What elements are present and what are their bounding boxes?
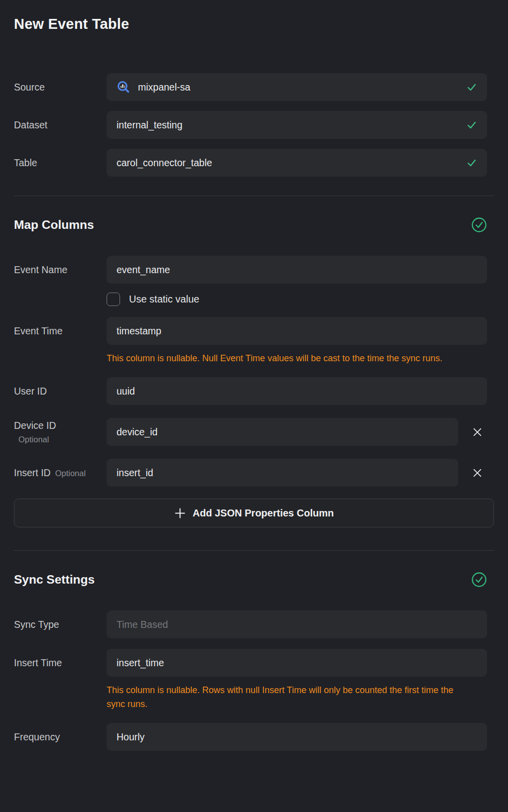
use-static-value-row: Use static value [107, 293, 494, 306]
section-divider [14, 196, 494, 196]
table-field[interactable]: carol_connector_table [107, 149, 487, 177]
insert-time-field[interactable]: insert_time [107, 649, 487, 677]
frequency-field[interactable]: Hourly [107, 723, 487, 751]
insert-id-row: Insert IDOptional insert_id [14, 459, 494, 487]
source-label: Source [14, 82, 107, 93]
sync-type-row: Sync Type Time Based [14, 610, 494, 638]
device-id-label: Device ID Optional [14, 420, 107, 444]
check-icon [466, 157, 477, 168]
user-id-row: User ID uuid [14, 377, 494, 405]
dataset-field[interactable]: internal_testing [107, 111, 487, 139]
sync-type-value: Time Based [117, 619, 168, 630]
sync-type-field: Time Based [107, 610, 487, 638]
close-icon [472, 427, 483, 437]
source-row: Source mixpanel-sa [14, 73, 494, 101]
insert-id-remove-button[interactable] [467, 463, 487, 483]
frequency-row: Frequency Hourly [14, 723, 494, 751]
insert-id-label: Insert IDOptional [14, 467, 107, 479]
event-name-row: Event Name event_name [14, 256, 494, 284]
device-id-row: Device ID Optional device_id [14, 418, 494, 446]
frequency-label: Frequency [14, 731, 107, 743]
check-icon [466, 119, 477, 130]
table-label: Table [14, 157, 107, 169]
event-name-value: event_name [117, 264, 170, 276]
user-id-label: User ID [14, 386, 107, 397]
insert-time-row: Insert Time insert_time [14, 649, 494, 677]
check-icon [466, 82, 477, 93]
insert-time-nullable-warning: This column is nullable. Rows with null … [107, 683, 461, 711]
mixpanel-source-icon [117, 81, 130, 94]
event-time-value: timestamp [117, 325, 161, 337]
add-json-properties-button[interactable]: Add JSON Properties Column [14, 499, 494, 527]
circle-check-icon [471, 572, 487, 588]
insert-time-label: Insert Time [14, 657, 107, 669]
device-id-label-text: Device ID [14, 420, 107, 431]
circle-check-icon [471, 217, 487, 233]
event-name-label: Event Name [14, 264, 107, 276]
plus-icon [174, 508, 186, 519]
add-json-properties-label: Add JSON Properties Column [193, 508, 334, 519]
insert-id-optional-label: Optional [55, 469, 86, 478]
use-static-value-label: Use static value [129, 294, 199, 305]
sync-settings-heading-row: Sync Settings [14, 572, 494, 588]
table-row: Table carol_connector_table [14, 149, 494, 177]
dataset-row: Dataset internal_testing [14, 111, 494, 139]
insert-id-label-text: Insert ID [14, 467, 51, 478]
table-value: carol_connector_table [117, 157, 212, 169]
user-id-value: uuid [117, 386, 135, 397]
close-icon [472, 468, 483, 478]
page-title: New Event Table [14, 16, 494, 32]
device-id-optional-label: Optional [14, 435, 107, 444]
source-value: mixpanel-sa [138, 82, 190, 93]
device-id-value: device_id [117, 426, 157, 438]
use-static-value-checkbox[interactable] [107, 293, 120, 306]
insert-time-value: insert_time [117, 657, 164, 669]
insert-id-value: insert_id [117, 467, 153, 479]
sync-type-label: Sync Type [14, 619, 107, 630]
sync-settings-heading: Sync Settings [14, 573, 95, 587]
dataset-value: internal_testing [117, 119, 182, 131]
insert-id-field[interactable]: insert_id [107, 459, 458, 487]
frequency-value: Hourly [117, 731, 144, 743]
event-time-label: Event Time [14, 325, 107, 337]
connection-section: Source mixpanel-sa [14, 73, 494, 177]
event-name-field[interactable]: event_name [107, 256, 487, 284]
new-event-table-form: New Event Table Source mixpanel-sa [0, 0, 508, 751]
device-id-field[interactable]: device_id [107, 418, 458, 446]
event-time-row: Event Time timestamp [14, 317, 494, 345]
event-time-field[interactable]: timestamp [107, 317, 487, 345]
section-divider [14, 550, 494, 551]
device-id-remove-button[interactable] [467, 422, 487, 442]
user-id-field[interactable]: uuid [107, 377, 487, 405]
event-time-nullable-warning: This column is nullable. Null Event Time… [107, 351, 461, 365]
map-columns-heading: Map Columns [14, 218, 94, 232]
dataset-label: Dataset [14, 119, 107, 131]
source-field[interactable]: mixpanel-sa [107, 73, 487, 101]
map-columns-heading-row: Map Columns [14, 217, 494, 233]
